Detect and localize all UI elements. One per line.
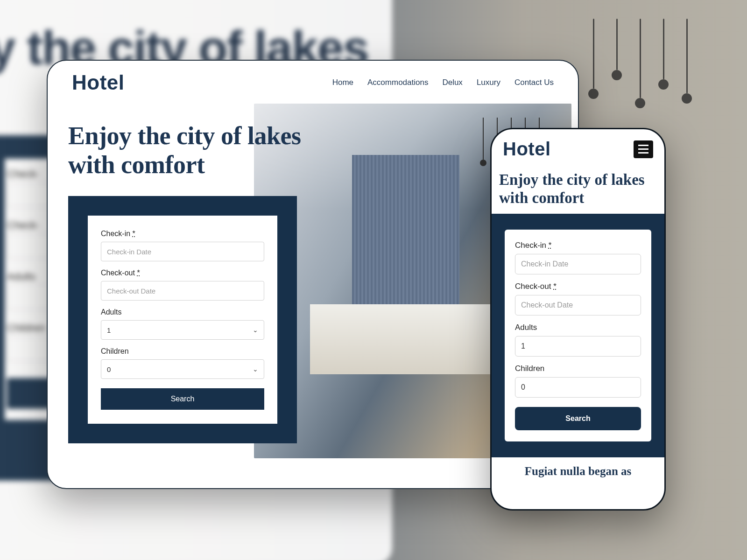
checkout-label: Check-out * (515, 282, 641, 291)
chevron-down-icon: ⌄ (253, 365, 258, 373)
background-label: Adults (7, 271, 35, 283)
search-panel: Check-in * Check-out * Adults 1 ⌄ Childr… (68, 196, 297, 443)
adults-select[interactable]: 1 (515, 336, 641, 357)
hero-title: Enjoy the city of lakes with comfort (68, 121, 330, 179)
checkin-label: Check-in * (515, 241, 641, 250)
field-checkin: Check-in * (515, 241, 641, 274)
field-adults: Adults 1 (515, 323, 641, 357)
adults-value: 1 (521, 342, 525, 350)
search-button[interactable]: Search (101, 388, 264, 410)
mobile-footer-heading: Fugiat nulla began as (492, 457, 664, 478)
hamburger-icon (638, 152, 648, 154)
chevron-down-icon: ⌄ (253, 326, 258, 334)
checkin-input[interactable] (515, 254, 641, 274)
field-checkout: Check-out * (515, 282, 641, 315)
checkin-input[interactable] (101, 242, 264, 261)
checkin-label: Check-in * (101, 230, 264, 238)
field-checkout: Check-out * (101, 269, 264, 301)
navbar: Hotel Home Accommodations Delux Luxury C… (48, 61, 578, 98)
menu-button[interactable] (634, 140, 653, 158)
search-card: Check-in * Check-out * Adults 1 Children… (505, 230, 651, 441)
nav-link-home[interactable]: Home (332, 78, 353, 87)
hamburger-icon (638, 145, 648, 146)
search-card: Check-in * Check-out * Adults 1 ⌄ Childr… (88, 216, 277, 424)
checkout-input[interactable] (515, 295, 641, 315)
hero-title: Enjoy the city of lakes with comfort (492, 162, 664, 214)
mobile-navbar: Hotel (492, 129, 664, 162)
nav-link-accommodations[interactable]: Accommodations (367, 78, 428, 87)
field-checkin: Check-in * (101, 230, 264, 261)
field-children: Children 0 ⌄ (101, 347, 264, 379)
children-select[interactable]: 0 ⌄ (101, 359, 264, 379)
background-label: Check- (7, 168, 40, 180)
nav-link-luxury[interactable]: Luxury (477, 78, 500, 87)
brand-logo[interactable]: Hotel (503, 139, 551, 160)
adults-value: 1 (107, 326, 111, 334)
search-button[interactable]: Search (515, 407, 641, 430)
mobile-frame: Hotel Enjoy the city of lakes with comfo… (490, 128, 666, 511)
search-panel: Check-in * Check-out * Adults 1 Children… (492, 214, 664, 457)
hamburger-icon (638, 148, 648, 150)
field-children: Children 0 (515, 364, 641, 398)
children-value: 0 (107, 365, 111, 373)
brand-logo[interactable]: Hotel (72, 71, 125, 94)
chandelier-decoration (584, 19, 705, 140)
adults-select[interactable]: 1 ⌄ (101, 320, 264, 340)
field-adults: Adults 1 ⌄ (101, 308, 264, 340)
nav-link-contact[interactable]: Contact Us (514, 78, 554, 87)
children-value: 0 (521, 383, 525, 392)
background-label: Children (7, 322, 45, 334)
children-label: Children (515, 364, 641, 373)
nav-links: Home Accommodations Delux Luxury Contact… (332, 78, 554, 87)
children-select[interactable]: 0 (515, 377, 641, 398)
adults-label: Adults (515, 323, 641, 332)
adults-label: Adults (101, 308, 264, 316)
background-label: Check- (7, 219, 40, 231)
checkout-input[interactable] (101, 281, 264, 301)
nav-link-delux[interactable]: Delux (442, 78, 462, 87)
children-label: Children (101, 347, 264, 356)
checkout-label: Check-out * (101, 269, 264, 277)
